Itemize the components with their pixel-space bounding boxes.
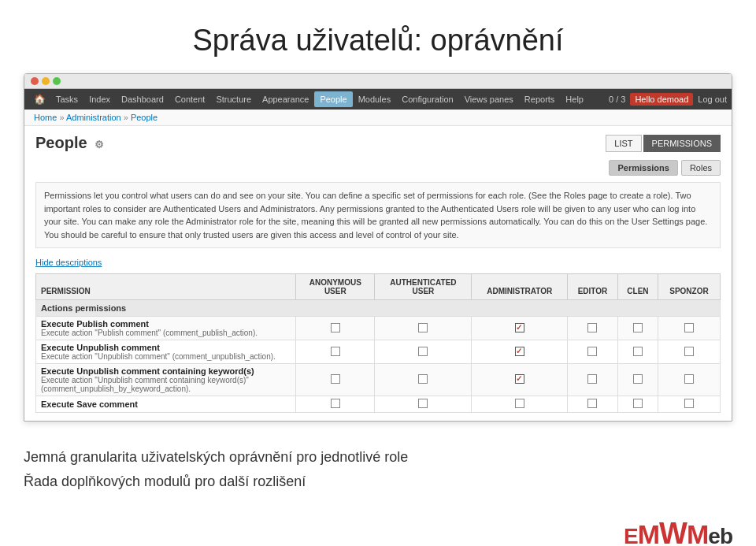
gear-icon[interactable]: ⚙ (94, 139, 104, 150)
col-permission: PERMISSION (36, 274, 296, 300)
check-auth-2[interactable] (375, 340, 472, 364)
check-admin-3[interactable] (472, 364, 567, 396)
checkbox[interactable] (418, 347, 428, 356)
nav-dashboard[interactable]: Dashboard (116, 91, 169, 107)
nav-appearance[interactable]: Appearance (257, 91, 314, 107)
checkbox[interactable] (331, 399, 340, 408)
logo-e: E (624, 524, 638, 546)
logout-link[interactable]: Log out (698, 95, 727, 104)
checkbox-checked[interactable] (515, 374, 524, 384)
browser-dots (31, 77, 61, 85)
breadcrumb-admin[interactable]: Administration (66, 113, 121, 122)
nav-modules[interactable]: Modules (353, 91, 397, 107)
checkbox[interactable] (633, 399, 643, 408)
checkbox-checked[interactable] (515, 323, 524, 332)
checkbox[interactable] (515, 399, 524, 408)
table-row: Execute Save comment (36, 396, 721, 413)
permissions-sec-button[interactable]: Permissions (609, 160, 677, 176)
check-auth-3[interactable] (375, 364, 472, 396)
nav-reports[interactable]: Reports (519, 91, 561, 107)
checkbox[interactable] (331, 323, 340, 332)
breadcrumb: Home » Administration » People (24, 110, 732, 126)
nav-help[interactable]: Help (560, 91, 589, 107)
breadcrumb-people[interactable]: People (131, 113, 158, 122)
permissions-button[interactable]: PERMISSIONS (643, 135, 721, 152)
checkbox-checked[interactable] (515, 347, 524, 356)
perm-name-4: Execute Save comment (41, 399, 291, 409)
check-clen-4[interactable] (617, 396, 658, 413)
content-page-title: People ⚙ (35, 134, 104, 152)
logo-eb: eb (708, 524, 732, 546)
check-sponzor-1[interactable] (658, 317, 720, 340)
checkbox[interactable] (684, 323, 694, 332)
maximize-dot (53, 77, 61, 85)
section-label: Actions permissions (36, 300, 721, 317)
checkbox[interactable] (331, 347, 340, 356)
check-sponzor-4[interactable] (658, 396, 720, 413)
check-admin-2[interactable] (472, 340, 567, 364)
checkbox[interactable] (418, 323, 428, 332)
checkbox[interactable] (633, 374, 643, 384)
col-editor: EDITOR (567, 274, 617, 300)
nav-configuration[interactable]: Configuration (396, 91, 458, 107)
logo-w: W (659, 517, 687, 546)
checkbox[interactable] (587, 399, 597, 408)
check-anon-1[interactable] (296, 317, 375, 340)
check-editor-4[interactable] (567, 396, 617, 413)
check-editor-3[interactable] (567, 364, 617, 396)
check-clen-1[interactable] (617, 317, 658, 340)
close-dot (31, 77, 39, 85)
nav-views-panes[interactable]: Views panes (459, 91, 519, 107)
logo-area: EMWMeb (0, 509, 756, 546)
browser-chrome (24, 74, 732, 89)
check-clen-2[interactable] (617, 340, 658, 364)
nav-index[interactable]: Index (83, 91, 116, 107)
checkbox[interactable] (633, 347, 643, 356)
home-icon[interactable]: 🏠 (29, 91, 50, 108)
checkbox[interactable] (418, 399, 428, 408)
nav-structure[interactable]: Structure (210, 91, 257, 107)
check-auth-4[interactable] (375, 396, 472, 413)
list-button[interactable]: LIST (606, 135, 641, 152)
user-count: 0 / 3 (609, 95, 625, 104)
page-title: Správa uživatelů: oprávnění (47, 24, 709, 58)
check-admin-4[interactable] (472, 396, 567, 413)
checkbox[interactable] (587, 374, 597, 384)
check-sponzor-3[interactable] (658, 364, 720, 396)
checkbox[interactable] (684, 347, 694, 356)
check-clen-3[interactable] (617, 364, 658, 396)
user-badge: Hello demoad (630, 93, 693, 106)
check-anon-4[interactable] (296, 396, 375, 413)
perm-cell-3: Execute Unpublish comment containing key… (36, 364, 296, 396)
check-auth-1[interactable] (375, 317, 472, 340)
checkbox[interactable] (331, 374, 340, 384)
hide-descriptions-link[interactable]: Hide descriptions (35, 258, 102, 267)
nav-people[interactable]: People (314, 91, 352, 107)
col-anonymous: ANONYMOUSUSER (296, 274, 375, 300)
nav-content[interactable]: Content (169, 91, 211, 107)
roles-sec-button[interactable]: Roles (681, 160, 721, 176)
check-editor-1[interactable] (567, 317, 617, 340)
minimize-dot (42, 77, 50, 85)
nav-tasks[interactable]: Tasks (50, 91, 83, 107)
perm-desc-2: Execute action "Unpublish comment" (comm… (41, 352, 291, 361)
checkbox[interactable] (418, 374, 428, 384)
secondary-buttons: Permissions Roles (35, 160, 721, 176)
drupal-navbar: 🏠 Tasks Index Dashboard Content Structur… (24, 89, 732, 110)
check-anon-2[interactable] (296, 340, 375, 364)
check-admin-1[interactable] (472, 317, 567, 340)
check-sponzor-2[interactable] (658, 340, 720, 364)
description-box: Permissions let you control what users c… (35, 182, 721, 248)
checkbox[interactable] (684, 374, 694, 384)
nav-right: 0 / 3 Hello demoad Log out (609, 93, 727, 106)
page-heading-row: People ⚙ LIST PERMISSIONS (35, 134, 721, 152)
breadcrumb-home[interactable]: Home (34, 113, 57, 122)
perm-name-2: Execute Unpublish comment (41, 343, 291, 352)
checkbox[interactable] (633, 323, 643, 332)
check-editor-2[interactable] (567, 340, 617, 364)
checkbox[interactable] (684, 399, 694, 408)
checkbox[interactable] (587, 323, 597, 332)
checkbox[interactable] (587, 347, 597, 356)
col-administrator: ADMINISTRATOR (472, 274, 567, 300)
check-anon-3[interactable] (296, 364, 375, 396)
